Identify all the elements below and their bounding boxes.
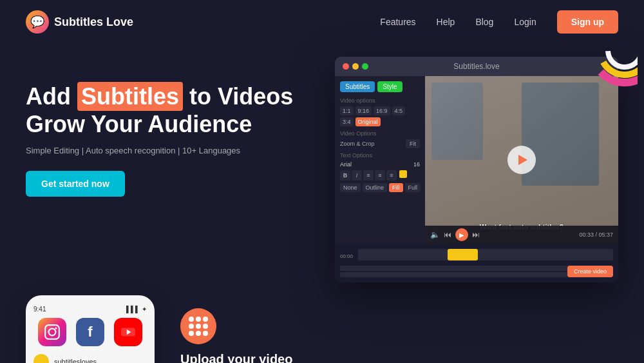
italic-btn[interactable]: I	[352, 170, 362, 181]
title-prefix: Add	[26, 83, 77, 110]
phone-apps: f	[33, 318, 147, 346]
app-sidebar: Subtitles Style Video options 1:1 9:16 1…	[335, 76, 425, 244]
svg-rect-3	[45, 325, 59, 339]
phone-status-bar: 9:41 ▌▌▌ ✦	[33, 306, 147, 313]
align-center[interactable]: ≡	[375, 170, 385, 181]
style-none[interactable]: None	[340, 183, 361, 192]
window-title: Subtitles.love	[453, 62, 499, 71]
upload-section: Upload your video Upload the video you w…	[180, 295, 618, 363]
ratio-16-9[interactable]: 16:9	[374, 106, 390, 115]
youtube-icon[interactable]	[114, 318, 142, 346]
get-started-button[interactable]: Get started now	[26, 171, 125, 197]
title-highlight: Subtitles	[77, 82, 183, 111]
video-opts-section: Video Options Zoom & Crop Fit	[340, 130, 420, 148]
create-video-button[interactable]: Create video	[567, 266, 613, 277]
hero-subtitle: Simple Editing | Auto speech recognition…	[26, 146, 309, 155]
title-line2: Grow Your Audience	[26, 111, 252, 137]
font-size: 16	[413, 161, 420, 168]
zoom-row: Zoom & Crop Fit	[340, 139, 420, 148]
timeline-main[interactable]	[358, 249, 613, 260]
signup-button[interactable]: Sign up	[557, 10, 618, 34]
title-suffix: to Videos	[183, 83, 293, 110]
video-controls: 🔈 ⏮ ▶ ⏭ 00:33 / 05:37	[425, 226, 618, 244]
bold-btn[interactable]: B	[340, 170, 350, 181]
font-row: Arial 16	[340, 161, 420, 168]
hero-right: Subtitles.love Subtitles Style Video opt…	[335, 57, 618, 282]
tab-subtitles[interactable]: Subtitles	[340, 81, 375, 92]
phone-time: 9:41	[33, 306, 46, 313]
ratio-9-16[interactable]: 9:16	[355, 106, 372, 115]
instagram-icon[interactable]	[38, 318, 66, 346]
logo-icon: 💬	[26, 10, 49, 34]
skip-forward[interactable]: ⏭	[472, 230, 480, 239]
play-button[interactable]	[507, 146, 536, 174]
hero-left: Add Subtitles to Videos Grow Your Audien…	[26, 57, 309, 282]
timeline-segment	[448, 249, 478, 260]
ctrl-play-btn[interactable]: ▶	[455, 228, 468, 241]
navigation: 💬 Subtitles Love Features Help Blog Logi…	[0, 0, 644, 44]
video-person-2	[431, 83, 483, 160]
dot-close[interactable]	[343, 63, 349, 70]
align-left[interactable]: ≡	[363, 170, 374, 181]
zoom-label: Zoom & Crop	[340, 141, 375, 147]
bottom-section: 9:41 ▌▌▌ ✦ f subtitl	[0, 282, 644, 363]
skip-back[interactable]: ⏮	[444, 230, 451, 239]
app-timeline: 00:00 Create video	[335, 244, 618, 282]
dot-maximize[interactable]	[362, 63, 368, 70]
nav-help[interactable]: Help	[437, 17, 455, 27]
text-opts-label: Text Options	[340, 152, 420, 159]
ratio-3-4[interactable]: 3:4	[340, 117, 354, 126]
style-fill[interactable]: Fill	[389, 183, 403, 192]
color-btn[interactable]	[399, 170, 407, 178]
format-row: B I ≡ ≡ ≡	[340, 170, 420, 181]
window-dots	[343, 63, 368, 70]
video-opts-label: Video Options	[340, 130, 420, 137]
hero-title: Add Subtitles to Videos Grow Your Audien…	[26, 83, 309, 138]
video-options-label: Video options	[340, 97, 420, 104]
create-btn-wrap: Create video	[567, 264, 613, 277]
font-name: Arial	[340, 161, 411, 168]
svg-point-5	[55, 327, 57, 329]
vol-icon[interactable]: 🔈	[430, 230, 440, 239]
ratio-row: 1:1 9:16 16:9 4:5 3:4 Original	[340, 106, 420, 126]
nav-blog[interactable]: Blog	[475, 17, 493, 27]
nav-features[interactable]: Features	[380, 17, 415, 27]
video-time: 00:33 / 05:37	[579, 231, 613, 238]
hero-section: Add Subtitles to Videos Grow Your Audien…	[0, 44, 644, 282]
style-outline[interactable]: Outline	[363, 183, 388, 192]
timeline-top: 00:00	[340, 249, 613, 263]
facebook-icon[interactable]: f	[76, 318, 104, 346]
logo-text: Subtitles Love	[54, 15, 133, 29]
tab-style[interactable]: Style	[377, 81, 402, 92]
phone-mockup: 9:41 ▌▌▌ ✦ f subtitl	[26, 295, 155, 363]
ratio-4-5[interactable]: 4:5	[392, 106, 406, 115]
svg-point-4	[49, 329, 56, 336]
outline-row: None Outline Fill Full	[340, 183, 420, 192]
nav-links: Features Help Blog Login Sign up	[380, 10, 618, 34]
dot-minimize[interactable]	[352, 63, 359, 70]
style-full[interactable]: Full	[405, 183, 421, 192]
phone-signal: ▌▌▌ ✦	[126, 306, 147, 313]
ratio-original[interactable]: Original	[355, 117, 381, 126]
video-options-section: Video options 1:1 9:16 16:9 4:5 3:4 Orig…	[340, 97, 420, 126]
align-right[interactable]: ≡	[386, 170, 397, 181]
sidebar-tabs: Subtitles Style	[340, 81, 420, 92]
ratio-1-1[interactable]: 1:1	[340, 106, 354, 115]
upload-dots	[189, 317, 208, 336]
upload-title: Upload your video	[180, 352, 618, 363]
logo[interactable]: 💬 Subtitles Love	[26, 10, 133, 34]
decorative-shapes	[19, 360, 135, 363]
timeline-label: 00:00	[340, 253, 353, 259]
play-triangle	[518, 155, 527, 165]
text-options-section: Text Options Arial 16 B I ≡ ≡ ≡	[340, 152, 420, 192]
deco-arc	[573, 37, 638, 104]
upload-icon	[180, 308, 216, 344]
nav-login[interactable]: Login	[514, 17, 536, 27]
fit-btn[interactable]: Fit	[406, 139, 420, 148]
